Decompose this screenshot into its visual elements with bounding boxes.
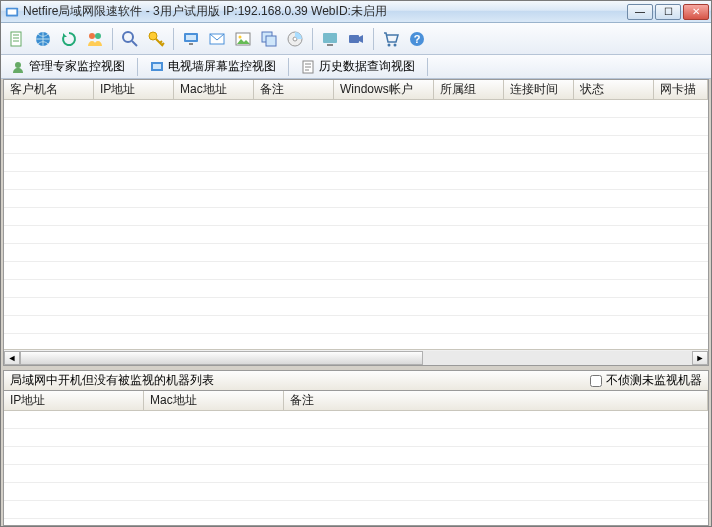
col-status[interactable]: 状态 — [574, 80, 654, 99]
svg-rect-20 — [349, 35, 359, 43]
bottom-pane: 局域网中开机但没有被监视的机器列表 不侦测未监视机器 IP地址 Mac地址 备注 — [1, 370, 711, 526]
minimize-button[interactable]: — — [627, 4, 653, 20]
unmonitored-grid-header: IP地址 Mac地址 备注 — [4, 391, 708, 411]
toolbar-separator — [112, 28, 113, 50]
tab-admin-view[interactable]: 管理专家监控视图 — [5, 57, 131, 76]
no-detect-label: 不侦测未监视机器 — [606, 372, 702, 389]
svg-point-5 — [95, 33, 101, 39]
toolbar-screen-icon[interactable] — [318, 27, 342, 51]
toolbar-picture-icon[interactable] — [231, 27, 255, 51]
unmonitored-grid: IP地址 Mac地址 备注 — [3, 390, 709, 526]
toolbar-monitor-icon[interactable] — [179, 27, 203, 51]
svg-point-25 — [15, 62, 21, 68]
content-area: 客户机名 IP地址 Mac地址 备注 Windows帐户 所属组 连接时间 状态… — [1, 79, 711, 526]
col-remark[interactable]: 备注 — [254, 80, 334, 99]
toolbar-mail-icon[interactable] — [205, 27, 229, 51]
svg-point-17 — [293, 37, 297, 41]
svg-rect-1 — [8, 9, 17, 14]
tab-label: 管理专家监控视图 — [29, 58, 125, 75]
toolbar-disc-icon[interactable] — [283, 27, 307, 51]
top-pane: 客户机名 IP地址 Mac地址 备注 Windows帐户 所属组 连接时间 状态… — [1, 79, 711, 370]
view-separator — [427, 58, 428, 76]
clients-grid: 客户机名 IP地址 Mac地址 备注 Windows帐户 所属组 连接时间 状态… — [3, 79, 709, 366]
svg-point-4 — [89, 33, 95, 39]
col-winaccount[interactable]: Windows帐户 — [334, 80, 434, 99]
bottom-pane-title: 局域网中开机但没有被监视的机器列表 — [10, 372, 214, 389]
col-b-mac[interactable]: Mac地址 — [144, 391, 284, 410]
svg-point-6 — [123, 32, 133, 42]
toolbar-globe-icon[interactable] — [31, 27, 55, 51]
toolbar-users-icon[interactable] — [83, 27, 107, 51]
svg-rect-18 — [323, 33, 337, 43]
tab-history-view[interactable]: 历史数据查询视图 — [295, 57, 421, 76]
svg-point-22 — [394, 43, 397, 46]
toolbar-key-icon[interactable] — [144, 27, 168, 51]
svg-point-7 — [149, 32, 157, 40]
col-mac[interactable]: Mac地址 — [174, 80, 254, 99]
toolbar-help-icon[interactable]: ? — [405, 27, 429, 51]
bottom-pane-header: 局域网中开机但没有被监视的机器列表 不侦测未监视机器 — [3, 370, 709, 390]
col-ip[interactable]: IP地址 — [94, 80, 174, 99]
tab-tvwall-view[interactable]: 电视墙屏幕监控视图 — [144, 57, 282, 76]
svg-text:?: ? — [414, 33, 421, 45]
window-title: Netfire局域网限速软件 - 3用户试用版 IP:192.168.0.39 … — [23, 3, 627, 20]
main-toolbar: ? — [1, 23, 711, 55]
tab-label: 电视墙屏幕监控视图 — [168, 58, 276, 75]
toolbar-separator — [373, 28, 374, 50]
tab-icon — [150, 60, 164, 74]
toolbar-separator — [312, 28, 313, 50]
toolbar-separator — [173, 28, 174, 50]
toolbar-search-icon[interactable] — [118, 27, 142, 51]
col-nic[interactable]: 网卡描 — [654, 80, 708, 99]
col-b-ip[interactable]: IP地址 — [4, 391, 144, 410]
close-button[interactable]: ✕ — [683, 4, 709, 20]
svg-point-21 — [388, 43, 391, 46]
scroll-left-button[interactable]: ◄ — [4, 351, 20, 365]
unmonitored-grid-body[interactable] — [4, 411, 708, 525]
col-client-name[interactable]: 客户机名 — [4, 80, 94, 99]
svg-rect-9 — [186, 35, 196, 40]
clients-grid-header: 客户机名 IP地址 Mac地址 备注 Windows帐户 所属组 连接时间 状态… — [4, 80, 708, 100]
view-separator — [288, 58, 289, 76]
tab-label: 历史数据查询视图 — [319, 58, 415, 75]
toolbar-doc-icon[interactable] — [5, 27, 29, 51]
toolbar-refresh-icon[interactable] — [57, 27, 81, 51]
no-detect-checkbox[interactable]: 不侦测未监视机器 — [590, 372, 702, 389]
scroll-track[interactable] — [20, 351, 692, 365]
svg-rect-27 — [153, 64, 161, 69]
svg-rect-15 — [266, 36, 276, 46]
svg-point-13 — [239, 35, 242, 38]
svg-rect-19 — [327, 44, 333, 46]
h-scrollbar: ◄ ► — [4, 349, 708, 365]
scroll-right-button[interactable]: ► — [692, 351, 708, 365]
no-detect-checkbox-input[interactable] — [590, 375, 602, 387]
scroll-thumb[interactable] — [20, 351, 423, 365]
toolbar-cart-icon[interactable] — [379, 27, 403, 51]
col-b-remark[interactable]: 备注 — [284, 391, 708, 410]
view-separator — [137, 58, 138, 76]
svg-rect-10 — [189, 43, 193, 45]
col-group[interactable]: 所属组 — [434, 80, 504, 99]
clients-grid-body[interactable] — [4, 100, 708, 349]
toolbar-windows-icon[interactable] — [257, 27, 281, 51]
window-buttons: — ☐ ✕ — [627, 4, 709, 20]
maximize-button[interactable]: ☐ — [655, 4, 681, 20]
svg-rect-2 — [11, 32, 21, 46]
tab-icon — [11, 60, 25, 74]
col-conntime[interactable]: 连接时间 — [504, 80, 574, 99]
app-icon — [5, 5, 19, 19]
view-tabs: 管理专家监控视图 电视墙屏幕监控视图 历史数据查询视图 — [1, 55, 711, 79]
tab-icon — [301, 60, 315, 74]
titlebar: Netfire局域网限速软件 - 3用户试用版 IP:192.168.0.39 … — [1, 1, 711, 23]
toolbar-camera-icon[interactable] — [344, 27, 368, 51]
